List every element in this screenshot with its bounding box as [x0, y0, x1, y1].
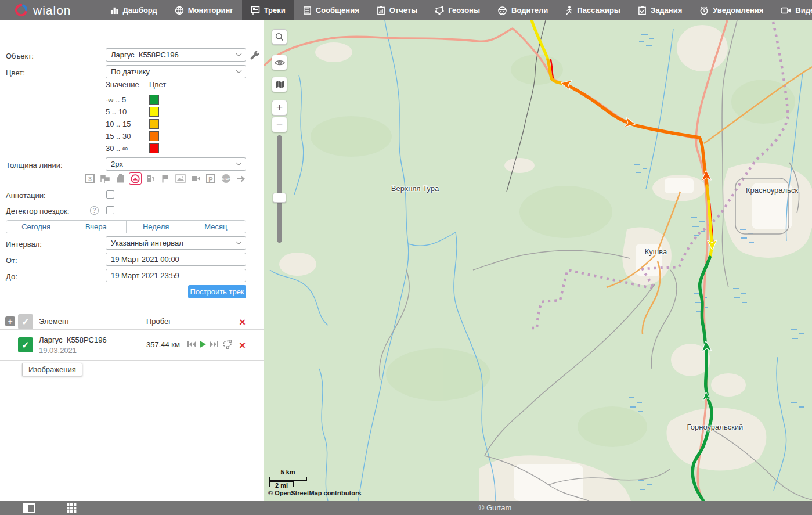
video-camera-icon[interactable]	[190, 173, 201, 184]
photo-icon[interactable]	[175, 173, 186, 184]
map-layers-button[interactable]	[272, 77, 287, 92]
zoom-out-button[interactable]: −	[272, 117, 287, 132]
annotations-checkbox[interactable]	[106, 190, 114, 199]
svg-text:3: 3	[88, 176, 92, 182]
nav-video[interactable]: Видео	[772, 0, 812, 20]
skip-to-start-icon[interactable]	[187, 341, 196, 348]
nav-dashboard[interactable]: Дашборд	[102, 0, 166, 20]
plus-icon: +	[276, 102, 283, 113]
nav-monitoring[interactable]: Мониторинг	[166, 0, 242, 20]
stop-icon[interactable]: STOP	[220, 173, 232, 184]
skip-to-end-icon[interactable]	[210, 341, 219, 348]
legend-range: 15 .. 30	[106, 132, 149, 141]
zoom-slider-handle[interactable]	[273, 193, 286, 203]
messages-icon	[303, 6, 312, 15]
legend-row: 15 .. 30	[106, 130, 166, 142]
select-all-checkbox[interactable]: ✓	[18, 314, 33, 329]
add-track-button[interactable]: +	[5, 316, 15, 326]
flags-icon[interactable]	[99, 173, 111, 184]
gurtam-copyright: © Gurtam	[479, 503, 512, 512]
track-checkbox[interactable]: ✓	[18, 337, 33, 352]
nav-label: Сообщения	[316, 6, 359, 15]
from-input[interactable]	[106, 253, 246, 266]
interval-select[interactable]: Указанный интервал	[106, 236, 246, 250]
remove-all-button[interactable]: ×	[239, 316, 246, 327]
toggle-panel-icon[interactable]	[23, 503, 35, 513]
yesterday-button[interactable]: Вчера	[66, 221, 126, 233]
nav-passengers[interactable]: Пассажиры	[557, 0, 629, 20]
wrench-icon[interactable]	[250, 50, 261, 61]
track-row[interactable]: ✓ Ларгус_К558РС196 19.03.2021 357.44 км …	[0, 330, 264, 361]
jobs-icon	[638, 6, 647, 15]
map-canvas[interactable]: Верхняя Тура Красноуральск Кушва Горноур…	[264, 20, 812, 501]
scale-km-bar: 5 km	[269, 477, 307, 481]
counter-3-icon[interactable]: 3	[84, 173, 96, 184]
help-icon[interactable]: ?	[90, 206, 99, 215]
logo-text: wialon	[33, 3, 71, 17]
map-search-button[interactable]	[272, 29, 287, 45]
scale-mi-bar: 2 mi	[269, 481, 294, 487]
trip-detector-label: Детектор поездок:	[6, 207, 69, 215]
drivers-icon	[497, 6, 507, 15]
trip-detector-checkbox[interactable]	[106, 206, 114, 214]
legend-range: 30 .. ∞	[106, 144, 149, 153]
nav-jobs[interactable]: Задания	[629, 0, 691, 20]
chevron-down-icon	[236, 68, 242, 74]
track-layer-toolbar: 3 P STOP	[84, 173, 247, 184]
apps-grid-icon[interactable]	[67, 503, 77, 513]
nav-drivers[interactable]: Водители	[489, 0, 557, 20]
to-label: До:	[6, 272, 17, 281]
legend-swatch-orange	[149, 131, 159, 141]
sensor-color-legend: Значение Цвет -∞ .. 5 5 .. 10 10 .. 15 1…	[106, 80, 166, 154]
month-button[interactable]: Месяц	[186, 221, 246, 233]
scale-mi-label: 2 mi	[275, 482, 288, 489]
track-list-header: + ✓ Элемент Пробег ×	[0, 312, 264, 330]
to-input[interactable]	[106, 269, 246, 282]
nav-reports[interactable]: Отчеты	[368, 0, 427, 20]
nav-messages[interactable]: Сообщения	[294, 0, 368, 20]
arrow-right-icon[interactable]	[235, 173, 247, 184]
minus-icon: −	[276, 118, 283, 129]
zoom-slider-track[interactable]	[277, 135, 282, 243]
openstreetmap-link[interactable]: OpenStreetMap	[275, 489, 322, 496]
flag-icon[interactable]	[160, 173, 171, 184]
fuel-station-icon[interactable]	[145, 173, 156, 184]
town-label-krasnouralsk: Красноуральск	[746, 186, 798, 195]
color-select[interactable]: По датчику	[106, 65, 246, 78]
map-attribution: © OpenStreetMap contributors	[268, 489, 361, 496]
speed-icon[interactable]	[129, 173, 141, 184]
images-button[interactable]: Изображения	[22, 363, 82, 376]
tracks-panel: Объект: Ларгус_К558РС196 Цвет: По датчик…	[0, 20, 264, 501]
nav-geofences[interactable]: Геозоны	[426, 0, 489, 20]
passengers-icon	[565, 6, 573, 15]
nav-label: Видео	[795, 6, 812, 15]
reports-icon	[377, 6, 385, 15]
play-track-icon[interactable]	[199, 340, 207, 348]
nav-label: Задания	[651, 6, 682, 15]
chevron-down-icon	[236, 239, 242, 245]
zoom-in-button[interactable]: +	[272, 100, 287, 116]
tracks-icon	[251, 6, 260, 15]
nav-notifications[interactable]: Уведомления	[691, 0, 772, 20]
svg-text:STOP: STOP	[222, 177, 230, 181]
build-track-button[interactable]: Построить трек	[188, 285, 246, 298]
layers-map-icon	[275, 81, 284, 88]
legend-range: 10 .. 15	[106, 120, 149, 128]
legend-swatch-green	[149, 95, 159, 105]
monitoring-icon	[175, 6, 184, 15]
bottom-bar: © Gurtam	[0, 501, 812, 515]
geofence-from-track-icon[interactable]	[222, 340, 232, 349]
nav-tracks[interactable]: Треки	[242, 0, 294, 20]
legend-swatch-yellow	[149, 107, 159, 117]
legend-range: 5 .. 10	[106, 107, 149, 116]
today-button[interactable]: Сегодня	[6, 221, 66, 233]
legend-color-header: Цвет	[149, 80, 166, 89]
fuel-can-icon[interactable]	[114, 173, 126, 184]
thickness-select[interactable]: 2px	[106, 157, 246, 171]
parking-icon[interactable]: P	[205, 173, 216, 184]
remove-track-button[interactable]: ×	[239, 340, 246, 351]
week-button[interactable]: Неделя	[127, 221, 186, 233]
object-select[interactable]: Ларгус_К558РС196	[106, 48, 246, 62]
map-visibility-button[interactable]	[272, 55, 287, 70]
legend-row: 5 .. 10	[106, 106, 166, 118]
